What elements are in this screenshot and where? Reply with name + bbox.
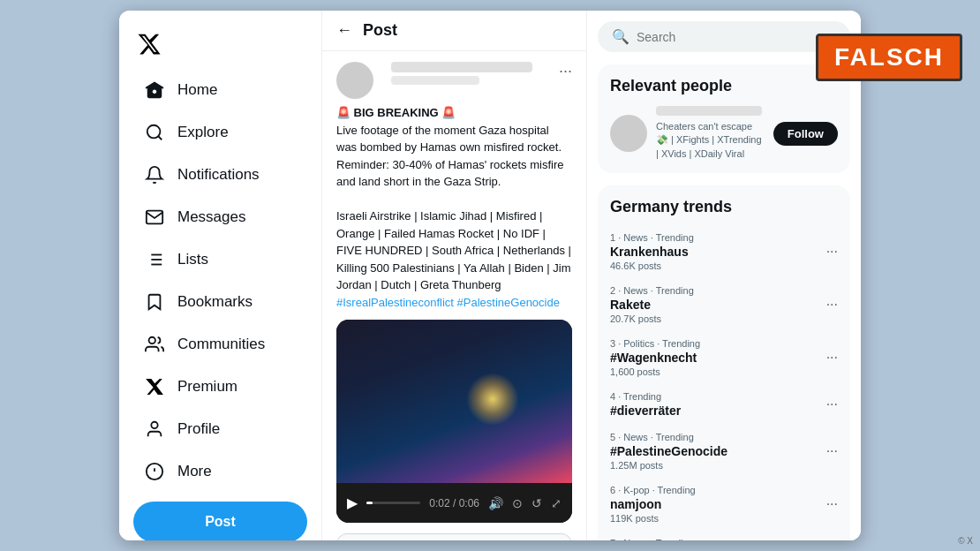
trend-meta: 5 · News · Trending: [610, 432, 826, 442]
trend-count: 119K posts: [610, 513, 826, 524]
fullscreen-button[interactable]: ⤢: [551, 496, 562, 510]
sidebar-item-home[interactable]: Home: [126, 71, 314, 109]
person-row: Cheaters can't escape 💸 | XFights | XTre…: [610, 106, 838, 161]
sidebar-item-home-label: Home: [177, 81, 217, 99]
sidebar-item-premium[interactable]: Premium: [126, 367, 314, 406]
post-title: Post: [363, 21, 397, 40]
person-name-bar: [656, 106, 762, 116]
video-player: ▶ 0:02 / 0:06 🔊 ⊙ ↺ ⤢: [336, 320, 572, 523]
tweet-hashtags: #IsrealPalestineconflict #PalestineGenoc…: [336, 294, 572, 312]
home-icon: [144, 79, 165, 101]
trend-item[interactable]: 6 · K-pop · Trending namjoon 119K posts …: [610, 478, 838, 531]
trend-item[interactable]: 2 · News · Trending Rakete 20.7K posts ·…: [610, 278, 838, 331]
sidebar-item-communities[interactable]: Communities: [126, 325, 314, 364]
avatar: [336, 62, 373, 99]
search-icon: 🔍: [612, 28, 629, 45]
video-light-effect: [466, 373, 519, 426]
trend-more-button[interactable]: ···: [826, 244, 838, 260]
trends-list: 1 · News · Trending Krankenhaus 46.6K po…: [610, 225, 838, 540]
watermark: © X: [958, 536, 973, 546]
sidebar-item-explore[interactable]: Explore: [126, 113, 314, 152]
sidebar-item-more[interactable]: More: [126, 452, 314, 491]
trend-count: 20.7K posts: [610, 313, 826, 324]
svg-point-8: [151, 422, 157, 428]
relevant-people-section: Relevant people Cheaters can't escape 💸 …: [598, 64, 850, 173]
lists-icon: [144, 249, 165, 270]
video-time: 0:02 / 0:06: [429, 497, 479, 509]
trend-name: #dieverräter: [610, 404, 826, 418]
video-controls: ▶ 0:02 / 0:06 🔊 ⊙ ↺ ⤢: [336, 483, 572, 523]
sidebar-item-messages[interactable]: Messages: [126, 198, 314, 237]
tweet-container: ··· 🚨 BIG BREAKING 🚨 Live footage of the…: [322, 51, 586, 540]
sidebar-item-explore-label: Explore: [177, 124, 229, 141]
sidebar: Home Explore Notifications: [119, 11, 322, 540]
video-frame: [336, 320, 572, 483]
trend-more-button[interactable]: ···: [826, 496, 838, 512]
trend-name: Rakete: [610, 298, 826, 312]
more-icon: [144, 461, 165, 482]
sidebar-item-notifications[interactable]: Notifications: [126, 155, 314, 194]
tweet-more-button[interactable]: ···: [559, 62, 572, 80]
trend-meta: 7 · News · Trending: [610, 538, 826, 540]
trend-item[interactable]: 3 · Politics · Trending #Wagenknecht 1,6…: [610, 331, 838, 384]
trend-item[interactable]: 1 · News · Trending Krankenhaus 46.6K po…: [610, 225, 838, 278]
trend-name: Krankenhaus: [610, 245, 826, 259]
handle-bar: [391, 76, 479, 85]
captions-button[interactable]: ⊙: [512, 496, 523, 510]
messages-icon: [144, 207, 165, 228]
bell-icon: [144, 164, 165, 185]
main-content: ← Post ··· 🚨 BIG BREAKING 🚨 Live footage…: [322, 11, 587, 540]
trend-more-button[interactable]: ···: [826, 350, 838, 366]
trend-left: 2 · News · Trending Rakete 20.7K posts: [610, 285, 826, 324]
trend-count: 46.6K posts: [610, 260, 826, 271]
tweet-line4: Israeli Airstrike | Islamic Jihad | Misf…: [336, 208, 572, 294]
svg-point-0: [147, 125, 161, 139]
x-logo[interactable]: [119, 19, 321, 69]
hashtag1[interactable]: #IsrealPalestineconflict: [336, 296, 454, 309]
post-button[interactable]: Post: [133, 502, 307, 540]
trend-more-button[interactable]: ···: [826, 297, 838, 313]
back-button[interactable]: ←: [336, 21, 352, 40]
trend-more-button[interactable]: ···: [826, 443, 838, 459]
post-header: ← Post: [322, 11, 586, 51]
trend-item[interactable]: 4 · Trending #dieverräter ···: [610, 384, 838, 425]
sidebar-item-premium-label: Premium: [177, 378, 237, 396]
sidebar-nav: Home Explore Notifications: [119, 69, 321, 493]
trend-meta: 2 · News · Trending: [610, 285, 826, 296]
profile-icon: [144, 419, 165, 440]
search-bar: 🔍: [598, 21, 850, 52]
search-input[interactable]: [637, 30, 836, 44]
sidebar-item-bookmarks[interactable]: Bookmarks: [126, 283, 314, 321]
relevant-people-title: Relevant people: [610, 77, 838, 95]
follow-button[interactable]: Follow: [773, 122, 838, 146]
trends-title: Germany trends: [610, 198, 838, 216]
tweet-top: ···: [336, 62, 572, 99]
tweet-body: 🚨 BIG BREAKING 🚨 Live footage of the mom…: [336, 104, 572, 311]
trend-item[interactable]: 7 · News · Trending Parkplatz 7,381 post…: [610, 531, 838, 540]
sidebar-item-messages-label: Messages: [177, 208, 245, 226]
sidebar-item-profile-label: Profile: [177, 420, 220, 438]
progress-bar[interactable]: [366, 502, 420, 504]
trend-count: 1.25M posts: [610, 460, 826, 471]
explore-icon: [144, 122, 165, 143]
rewind-button[interactable]: ↺: [531, 496, 542, 510]
svg-point-7: [149, 337, 155, 343]
tweet-line3: Reminder: 30-40% of Hamas' rockets misfi…: [336, 156, 572, 191]
trend-left: 5 · News · Trending #PalestineGenocide 1…: [610, 432, 826, 471]
person-avatar: [610, 115, 647, 152]
trend-meta: 4 · Trending: [610, 391, 826, 402]
trend-count: 1,600 posts: [610, 366, 826, 377]
trend-item[interactable]: 5 · News · Trending #PalestineGenocide 1…: [610, 425, 838, 478]
sidebar-item-bookmarks-label: Bookmarks: [177, 293, 253, 311]
context-box: 👥 Readers added context they thought peo…: [336, 533, 572, 540]
trend-meta: 1 · News · Trending: [610, 232, 826, 243]
play-button[interactable]: ▶: [347, 494, 358, 511]
sidebar-item-profile[interactable]: Profile: [126, 410, 314, 449]
sidebar-item-lists[interactable]: Lists: [126, 240, 314, 279]
trend-name: #PalestineGenocide: [610, 444, 826, 458]
person-info: Cheaters can't escape 💸 | XFights | XTre…: [656, 106, 765, 161]
hashtag2[interactable]: #PalestineGenocide: [457, 296, 560, 309]
trend-more-button[interactable]: ···: [826, 396, 838, 412]
tweet-line2: Live footage of the moment Gaza hospital…: [336, 122, 572, 156]
volume-button[interactable]: 🔊: [488, 496, 503, 510]
